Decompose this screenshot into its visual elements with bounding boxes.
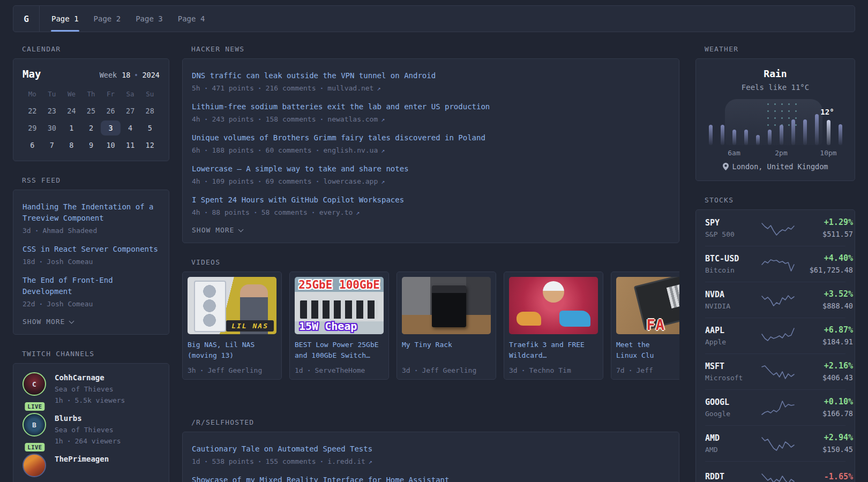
- channel-avatar[interactable]: C: [23, 372, 46, 396]
- calendar-day: 9: [81, 138, 101, 153]
- stream-uptime: 1h: [55, 437, 63, 445]
- post-title[interactable]: Showcase of my Mixed Reality Interface f…: [192, 475, 670, 482]
- video-title[interactable]: My Tiny Rack: [402, 340, 491, 361]
- rss-item-meta: 18d Josh Comeau: [23, 258, 160, 266]
- video-card[interactable]: My Tiny Rack 3d Jeff Geerling: [396, 272, 496, 380]
- stock-row[interactable]: MSFT Microsoft +2.16% $406.43: [705, 353, 845, 389]
- stock-price: $888.40: [795, 302, 853, 310]
- weather-widget: Rain Feels like 11°C 6am2pm10pm12° Londo…: [695, 58, 855, 181]
- stock-row[interactable]: SPY S&P 500 +1.29% $511.57: [705, 210, 845, 246]
- channel-name[interactable]: CohhCarnage: [55, 373, 125, 382]
- rss-item-title[interactable]: The End of Front-End Development: [23, 275, 160, 297]
- channel-avatar[interactable]: B: [23, 413, 46, 436]
- stock-price: $511.57: [795, 230, 853, 238]
- weather-condition: Rain: [764, 68, 787, 79]
- calendar-day: 22: [23, 103, 42, 118]
- stock-row[interactable]: NVDA NVIDIA +3.52% $888.40: [705, 282, 845, 318]
- story-source-link[interactable]: lowercase.app: [324, 177, 385, 185]
- external-link-icon: [381, 147, 385, 154]
- story-title[interactable]: Unique volumes of Brothers Grimm fairy t…: [192, 132, 670, 144]
- story-source-link[interactable]: mullvad.net: [327, 84, 380, 92]
- hackernews-widget: DNS traffic can leak outside the VPN tun…: [182, 58, 679, 243]
- video-thumbnail[interactable]: FA: [616, 277, 679, 334]
- stock-row[interactable]: AMD AMD +2.94% $150.45: [705, 425, 845, 461]
- story-title[interactable]: I Spent 24 Hours with GitHub Copilot Wor…: [192, 194, 670, 206]
- channel-avatar[interactable]: [23, 454, 46, 477]
- hackernews-section: HACKER NEWS DNS traffic can leak outside…: [182, 45, 679, 243]
- story-title[interactable]: Lowercase – A simple way to take and sha…: [192, 163, 670, 175]
- stock-sparkline: [761, 327, 795, 345]
- video-card[interactable]: FA Meet the Linux Clu 7d Jeff: [611, 272, 679, 380]
- video-thumbnail[interactable]: [402, 277, 491, 334]
- separator-dot: [39, 258, 43, 266]
- hackernews-section-title: HACKER NEWS: [191, 45, 679, 53]
- stock-row[interactable]: BTC-USD Bitcoin +4.40% $61,725.48: [705, 246, 845, 282]
- channel-name[interactable]: ThePrimeagen: [55, 455, 109, 463]
- video-title[interactable]: BEST Low Power 25GbE and 100GbE Switch…: [295, 340, 384, 361]
- story-title[interactable]: DNS traffic can leak outside the VPN tun…: [192, 70, 670, 81]
- video-title[interactable]: Meet the Linux Clu: [616, 340, 679, 361]
- weekday-label: Sa: [121, 90, 140, 98]
- weather-bar-slot: [740, 130, 752, 145]
- stock-change-percent: +2.94%: [795, 433, 853, 442]
- show-more-button[interactable]: SHOW MORE: [23, 318, 73, 326]
- calendar-header: May Week 18 2024: [23, 68, 160, 80]
- video-card[interactable]: LIL NAS Big NAS, Lil NAS (moving 13) 3h …: [182, 272, 282, 380]
- rss-item-meta: 22d Josh Comeau: [23, 300, 160, 308]
- weekday-label: Mo: [23, 90, 42, 98]
- calendar-day: 4: [121, 120, 140, 135]
- twitch-channel-row[interactable]: ThePrimeagen: [23, 454, 160, 477]
- stock-values: +1.29% $511.57: [795, 217, 853, 238]
- story-source-link[interactable]: english.nv.ua: [324, 146, 385, 154]
- stock-change-percent: +4.40%: [795, 253, 853, 263]
- story-item: I Spent 24 Hours with GitHub Copilot Wor…: [192, 194, 670, 216]
- stock-row[interactable]: AAPL Apple +6.87% $184.91: [705, 318, 845, 353]
- current-temperature-label: 12°: [820, 108, 834, 116]
- twitch-channel-row[interactable]: B LIVE Blurbs Sea of Thieves 1h: [23, 413, 160, 445]
- rss-item-title[interactable]: Handling The Indentation of a Treeview C…: [23, 201, 160, 224]
- page-tab[interactable]: Page 1: [51, 6, 79, 32]
- viewer-count: 264 viewers: [74, 437, 121, 445]
- stock-values: -1.65%: [795, 472, 853, 482]
- rss-item: CSS in React Server Components 18d Josh …: [23, 244, 160, 266]
- weather-bar-slot: [716, 125, 728, 145]
- stock-row[interactable]: GOOGL Google +0.10% $166.78: [705, 389, 845, 425]
- stock-price: $61,725.48: [795, 266, 853, 274]
- video-thumbnail[interactable]: [509, 277, 598, 334]
- story-points: 188 points: [212, 146, 253, 154]
- story-title[interactable]: Lithium-free sodium batteries exit the l…: [192, 101, 670, 112]
- page-tab[interactable]: Page 2: [93, 6, 122, 32]
- game-name: Sea of Thieves: [55, 385, 114, 393]
- external-link-icon: [356, 209, 360, 216]
- stock-company: NVIDIA: [705, 302, 761, 310]
- video-card[interactable]: Traefik 3 and FREE Wildcard… 3d Techno T…: [504, 272, 603, 380]
- channel-name[interactable]: Blurbs: [55, 414, 121, 423]
- story-source: lowercase.app: [324, 177, 378, 185]
- story-points: 88 points: [212, 208, 249, 216]
- left-column: CALENDAR May Week 18 2024 MoTuWeThFrSaSu: [13, 45, 169, 482]
- app-logo[interactable]: G: [13, 6, 40, 32]
- stock-row[interactable]: RDDT -1.65%: [705, 461, 845, 482]
- show-more-button[interactable]: SHOW MORE: [192, 226, 243, 234]
- page-tab[interactable]: Page 3: [135, 6, 163, 32]
- video-title[interactable]: Big NAS, Lil NAS (moving 13): [188, 340, 276, 361]
- post-source-link[interactable]: i.redd.it: [327, 457, 372, 465]
- rss-item-author: Josh Comeau: [47, 258, 93, 266]
- stock-ticker: AAPL: [705, 326, 761, 335]
- stock-sparkline: [761, 255, 795, 273]
- page-tab[interactable]: Page 4: [177, 6, 206, 32]
- video-thumbnail[interactable]: LIL NAS: [188, 277, 276, 334]
- calendar-section: CALENDAR May Week 18 2024 MoTuWeThFrSaSu: [13, 45, 169, 161]
- stock-change-percent: +2.16%: [795, 361, 853, 371]
- hackernews-list: DNS traffic can leak outside the VPN tun…: [192, 70, 670, 216]
- twitch-channel-row[interactable]: C LIVE CohhCarnage Sea of Thieves 1h: [23, 372, 160, 404]
- post-title[interactable]: Cautionary Tale on Automated Speed Tests: [192, 443, 670, 455]
- video-title[interactable]: Traefik 3 and FREE Wildcard…: [509, 340, 598, 361]
- rss-item-title[interactable]: CSS in React Server Components: [23, 244, 160, 255]
- story-source: newatlas.com: [327, 115, 378, 123]
- video-thumbnail[interactable]: 25GbE 100GbE 15W Cheap: [295, 277, 384, 334]
- story-age: 4h: [192, 208, 200, 216]
- video-card[interactable]: 25GbE 100GbE 15W Cheap BEST Low Power 25…: [289, 272, 389, 380]
- story-source-link[interactable]: newatlas.com: [327, 115, 385, 123]
- story-source-link[interactable]: every.to: [319, 208, 360, 216]
